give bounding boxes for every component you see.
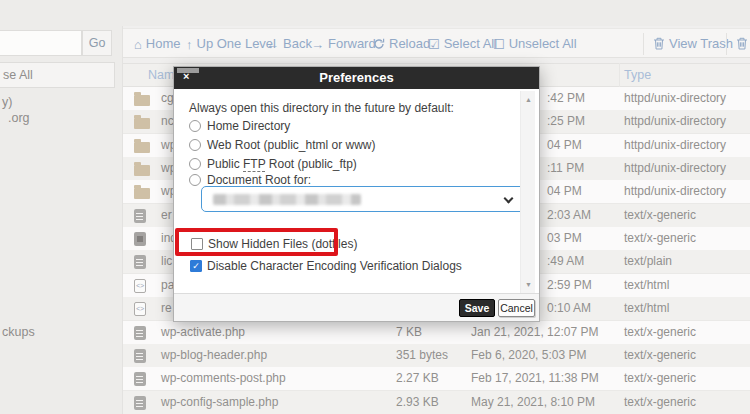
save-button[interactable]: Save: [459, 299, 495, 317]
file-modified: 03 PM: [547, 227, 582, 250]
file-size: 351 bytes: [396, 344, 448, 367]
sidebar-path-input[interactable]: [0, 30, 82, 56]
folder-icon: [134, 110, 150, 129]
document-root-select[interactable]: [201, 186, 525, 212]
file-type: text/x-generic: [624, 321, 696, 344]
tree-item[interactable]: y): [2, 95, 12, 109]
file-type: text/x-generic: [624, 344, 696, 367]
blurred-domain-text: [213, 194, 361, 205]
forward-button[interactable]: →Forward: [311, 29, 376, 59]
dialog-titlebar: Preferences ×: [174, 67, 539, 89]
file-type: httpd/unix-directory: [624, 134, 726, 157]
back-button[interactable]: ←Back: [266, 29, 312, 59]
folder-icon: [134, 134, 150, 153]
folder-icon: [134, 157, 150, 176]
file-modified: :49 AM: [547, 250, 584, 273]
file-size: 2.27 KB: [396, 367, 439, 390]
file-type: text/x-generic: [624, 367, 696, 390]
back-arrow-icon: ←: [266, 38, 279, 51]
close-icon: ×: [183, 71, 189, 82]
unselect-all-button[interactable]: ☐Unselect All: [493, 29, 577, 59]
file-type: text/plain: [624, 250, 672, 273]
file-icon: [134, 344, 146, 363]
file-dark-icon: [134, 227, 146, 246]
file-icon: [134, 391, 146, 410]
radio-icon[interactable]: [189, 139, 201, 151]
file-name: er: [161, 204, 172, 227]
file-name: wp-comments-post.php: [161, 367, 286, 390]
empty-trash-button[interactable]: [736, 29, 750, 59]
preferences-dialog: Preferences × Always open this directory…: [173, 66, 540, 322]
reload-button[interactable]: Reload: [373, 29, 430, 59]
folder-icon: [134, 180, 150, 199]
dialog-footer: Save Cancel: [174, 293, 539, 321]
file-name: re: [161, 297, 172, 320]
tree-item[interactable]: ckups: [2, 325, 35, 339]
file-icon: [134, 321, 146, 340]
view-trash-button[interactable]: View Trash: [653, 29, 733, 59]
file-modified: 04 PM: [547, 180, 582, 203]
file-code-icon: <>: [134, 297, 146, 316]
toolbar: ⌂Home ↑Up One Level ←Back →Forward Reloa…: [123, 28, 750, 58]
file-type: text/x-generic: [624, 391, 696, 414]
dialog-title: Preferences: [319, 70, 393, 85]
home-button[interactable]: ⌂Home: [134, 29, 181, 59]
file-name: wp-activate.php: [161, 321, 245, 344]
file-modified: May 21, 2021, 8:10 PM: [471, 391, 595, 414]
radio-icon[interactable]: [189, 120, 201, 132]
table-row[interactable]: wp-blog-header.php 351 bytes Feb 6, 2020…: [123, 344, 750, 368]
go-button[interactable]: Go: [82, 30, 112, 56]
collapse-all-button[interactable]: se All: [0, 62, 115, 88]
radio-web-root[interactable]: Web Root (public_html or www): [189, 138, 376, 152]
toolbar-separator: [726, 33, 727, 55]
reload-icon: [373, 38, 385, 50]
file-code-icon: <>: [134, 274, 146, 293]
file-modified: Feb 17, 2021, 11:38 PM: [471, 367, 599, 390]
disable-encoding-dialogs-checkbox[interactable]: ✓: [190, 260, 202, 272]
table-row[interactable]: wp-comments-post.php 2.27 KB Feb 17, 202…: [123, 367, 750, 391]
file-type: httpd/unix-directory: [624, 157, 726, 180]
table-row[interactable]: wp-activate.php 7 KB Jan 21, 2021, 12:07…: [123, 321, 750, 345]
chevron-down-icon: [504, 194, 514, 204]
file-modified: Jan 21, 2021, 12:07 PM: [471, 321, 598, 344]
file-type: text/x-generic: [624, 227, 696, 250]
file-size: 7 KB: [396, 321, 422, 344]
file-modified: 0:10 AM: [547, 297, 591, 320]
file-modified: Feb 6, 2020, 5:03 PM: [471, 344, 586, 367]
file-icon: [134, 204, 146, 223]
file-icon: [134, 367, 146, 386]
table-row[interactable]: wp-config-sample.php 2.93 KB May 21, 202…: [123, 391, 750, 414]
radio-document-root[interactable]: Document Root for:: [189, 173, 311, 187]
scroll-up-icon[interactable]: ▲: [521, 96, 536, 103]
file-icon: [134, 250, 146, 269]
folder-icon: [134, 87, 150, 106]
up-one-level-button[interactable]: ↑Up One Level: [186, 29, 276, 59]
radio-public-ftp-root[interactable]: Public FTP Root (public_ftp): [189, 157, 357, 171]
radio-icon[interactable]: [189, 174, 201, 186]
radio-home-directory[interactable]: Home Directory: [189, 119, 290, 133]
cancel-button[interactable]: Cancel: [498, 299, 535, 317]
file-type: text/x-generic: [624, 204, 696, 227]
file-type: httpd/unix-directory: [624, 87, 726, 110]
file-type: text/html: [624, 297, 669, 320]
file-modified: 2:03 AM: [547, 204, 591, 227]
file-name: wp-blog-header.php: [161, 344, 267, 367]
file-name: nc: [161, 110, 174, 133]
file-modified: :11 PM: [547, 157, 584, 180]
dialog-scrollbar[interactable]: ▲ ▼: [520, 91, 535, 293]
file-type: text/html: [624, 274, 669, 297]
file-name: cg: [161, 87, 174, 110]
trash-icon: [736, 37, 748, 50]
toolbar-separator: [643, 33, 644, 55]
radio-icon[interactable]: [189, 158, 201, 170]
select-all-button[interactable]: ☑Select All: [428, 29, 497, 59]
file-name: lic: [161, 250, 172, 273]
scroll-down-icon[interactable]: ▼: [521, 281, 536, 288]
file-modified: 2:59 PM: [547, 274, 592, 297]
column-header-type[interactable]: Type: [624, 64, 651, 86]
file-size: 2.93 KB: [396, 391, 439, 414]
close-button[interactable]: ×: [177, 67, 199, 83]
trash-icon: [653, 37, 665, 50]
tree-item[interactable]: .org: [8, 111, 30, 125]
disable-encoding-dialogs-label: Disable Character Encoding Verification …: [207, 259, 462, 273]
